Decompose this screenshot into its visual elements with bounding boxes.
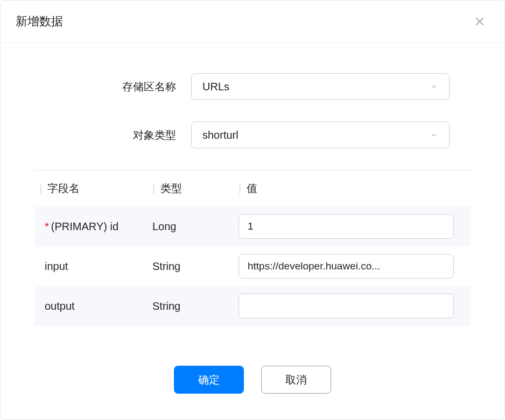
- field-value-cell: [239, 214, 470, 239]
- col-header-type: |类型: [152, 181, 239, 196]
- storage-name-value: URLs: [202, 81, 229, 93]
- cancel-button[interactable]: 取消: [261, 366, 331, 394]
- field-name-cell: output: [45, 300, 152, 312]
- col-header-field: |字段名: [39, 181, 152, 196]
- form-row-object-type: 对象类型 shorturl: [35, 122, 470, 148]
- col-header-value: |值: [239, 181, 470, 196]
- modal-body: 存储区名称 URLs 对象类型 shorturl |字段名 |类型 |值 *(P…: [1, 43, 504, 344]
- field-value-cell: [239, 294, 470, 318]
- modal-title: 新增数据: [16, 13, 63, 30]
- storage-name-label: 存储区名称: [35, 80, 191, 94]
- table-row: *(PRIMARY) id Long: [35, 207, 470, 246]
- fields-table: |字段名 |类型 |值 *(PRIMARY) id Long input Str…: [35, 170, 470, 326]
- field-value-input-input[interactable]: [239, 254, 454, 279]
- field-name-cell: input: [45, 260, 152, 273]
- col-header-field-text: 字段名: [47, 182, 80, 194]
- object-type-select[interactable]: shorturl: [191, 122, 450, 148]
- field-value-cell: [239, 254, 470, 279]
- modal-footer: 确定 取消: [1, 344, 504, 419]
- table-header-row: |字段名 |类型 |值: [35, 170, 470, 207]
- modal-header: 新增数据: [1, 1, 504, 43]
- close-icon: [474, 16, 485, 27]
- table-row: input String: [35, 246, 470, 286]
- field-name-text: (PRIMARY) id: [51, 220, 118, 232]
- field-value-input-id[interactable]: [239, 214, 454, 239]
- storage-name-select[interactable]: URLs: [191, 73, 450, 100]
- field-type-cell: String: [152, 260, 239, 273]
- confirm-button[interactable]: 确定: [174, 366, 244, 394]
- required-asterisk: *: [45, 220, 49, 232]
- add-data-modal: 新增数据 存储区名称 URLs 对象类型 shorturl |字段名 |类型 |…: [0, 0, 505, 420]
- chevron-down-icon: [430, 131, 438, 139]
- object-type-value: shorturl: [202, 129, 239, 141]
- close-button[interactable]: [472, 14, 487, 29]
- field-type-cell: String: [152, 300, 239, 312]
- col-header-value-text: 值: [247, 182, 257, 194]
- col-header-type-text: 类型: [160, 182, 182, 194]
- field-name-cell: *(PRIMARY) id: [45, 220, 152, 233]
- table-row: output String: [35, 286, 470, 326]
- field-value-input-output[interactable]: [239, 294, 454, 318]
- object-type-label: 对象类型: [35, 128, 191, 143]
- form-row-storage: 存储区名称 URLs: [35, 73, 470, 100]
- chevron-down-icon: [430, 82, 438, 91]
- field-type-cell: Long: [152, 220, 239, 233]
